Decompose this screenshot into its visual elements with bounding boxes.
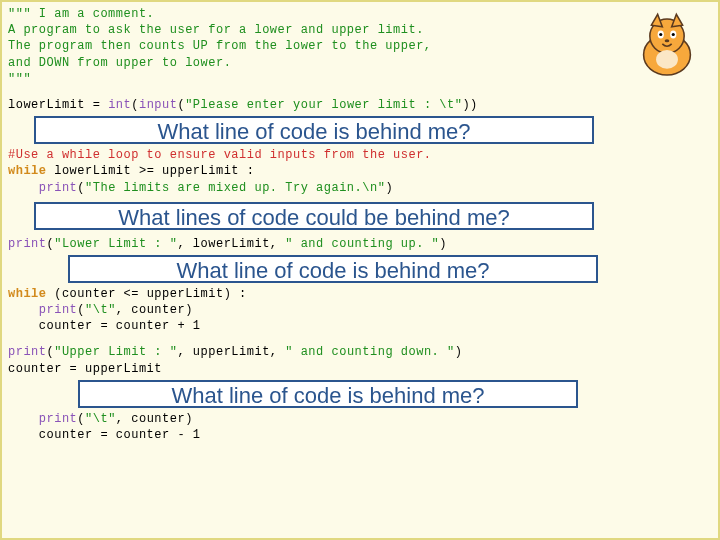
scratch-cat-icon (628, 8, 706, 86)
code-docstring: and DOWN from upper to lower. (8, 55, 712, 71)
question-box-3: What line of code is behind me? (68, 255, 598, 283)
code-line: lowerLimit = int(input("Please enter you… (8, 97, 712, 113)
code-line: print("\t", counter) (8, 411, 712, 427)
svg-marker-3 (672, 14, 683, 26)
code-line: while lowerLimit >= upperLimit : (8, 163, 712, 179)
code-line: print("Upper Limit : ", upperLimit, " an… (8, 344, 712, 360)
code-line: counter = counter + 1 (8, 318, 712, 334)
question-box-1: What line of code is behind me? (34, 116, 594, 144)
code-line: print("\t", counter) (8, 302, 712, 318)
code-line: print("Lower Limit : ", lowerLimit, " an… (8, 236, 712, 252)
code-docstring: The program then counts UP from the lowe… (8, 38, 712, 54)
question-box-4: What line of code is behind me? (78, 380, 578, 408)
svg-point-7 (672, 33, 675, 36)
code-docstring: """ I am a comment. (8, 6, 712, 22)
code-line: counter = counter - 1 (8, 427, 712, 443)
svg-point-5 (659, 33, 662, 36)
code-docstring: """ (8, 71, 712, 87)
code-line: while (counter <= upperLimit) : (8, 286, 712, 302)
question-box-2: What lines of code could be behind me? (34, 202, 594, 230)
code-line: print("The limits are mixed up. Try agai… (8, 180, 712, 196)
code-line: counter = upperLimit (8, 361, 712, 377)
svg-point-8 (665, 39, 670, 42)
svg-point-9 (656, 50, 678, 69)
code-docstring: A program to ask the user for a lower an… (8, 22, 712, 38)
svg-marker-2 (651, 14, 662, 26)
code-comment: #Use a while loop to ensure valid inputs… (8, 147, 712, 163)
